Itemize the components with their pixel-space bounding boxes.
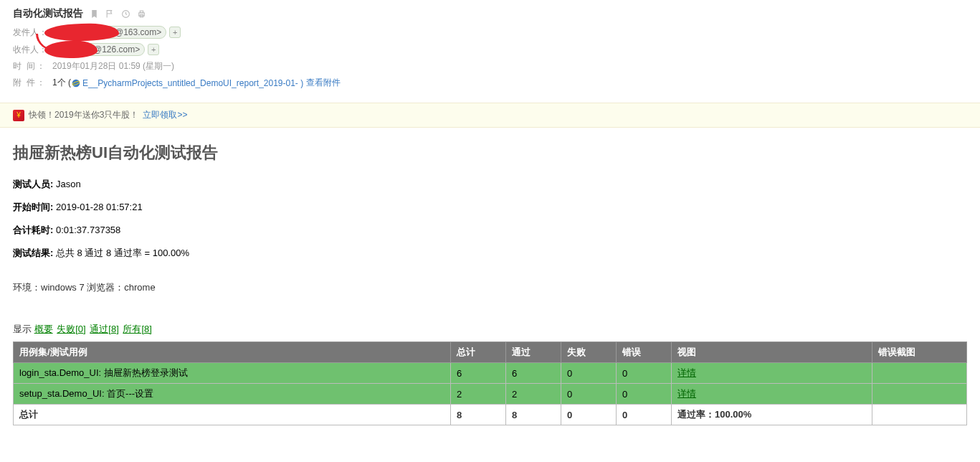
table-footer-row: 总计 8 8 0 0 通过率：100.00% [14,405,967,425]
start-time-row: 开始时间: 2019-01-28 01:57:21 [13,201,967,214]
footer-label: 总计 [14,405,451,425]
promo-icon: ¥ [13,110,24,121]
result-value: 总共 8 通过 8 通过率 = 100.00% [53,248,189,258]
cell-suite: login_sta.Demo_UI: 抽屉新热榜登录测试 [14,363,451,384]
add-sender-button[interactable]: + [169,27,181,38]
cell-error: 0 [617,384,672,405]
recipient-row: 收件人： @126.com> + [13,43,967,56]
duration-row: 合计耗时: 0:01:37.737358 [13,224,967,237]
detail-link[interactable]: 详情 [677,388,696,399]
time-label: 时 间： [13,60,52,72]
cell-view: 详情 [672,384,872,405]
start-label: 开始时间: [13,202,53,212]
cell-view: 详情 [672,363,872,384]
cell-total: 6 [451,363,506,384]
tester-row: 测试人员: Jason [13,178,967,191]
th-view: 视图 [672,342,872,363]
svg-rect-2 [140,11,143,13]
show-label: 显示 [13,324,34,334]
promo-link[interactable]: 立即领取>> [143,109,187,121]
duration-value: 0:01:37.737358 [53,225,120,235]
cell-total: 2 [451,384,506,405]
sender-domain: @163.com> [115,27,161,37]
ie-icon [71,78,81,88]
add-recipient-button[interactable]: + [148,44,159,55]
footer-total: 8 [451,405,506,425]
th-error: 错误 [617,342,672,363]
time-value: 2019年01月28日 01:59 (星期一) [52,60,174,72]
table-header-row: 用例集/测试用例 总计 通过 失败 错误 视图 错误截图 [14,342,967,363]
duration-label: 合计耗时: [13,225,53,235]
th-screenshot: 错误截图 [872,342,967,363]
attachment-link[interactable]: E__PycharmProjects_untitled_DemoUI_repor… [82,78,303,88]
filter-passed[interactable]: 通过[8] [90,324,118,334]
footer-fail: 0 [561,405,617,425]
email-subject: 自动化测试报告 [13,7,83,20]
cell-pass: 2 [506,384,561,405]
cell-screenshot [872,363,967,384]
cell-pass: 6 [506,363,561,384]
cell-fail: 0 [561,363,617,384]
filter-failed[interactable]: 失败[0] [57,324,85,334]
table-row: setup_sta.Demo_UI: 首页---设置 2 2 0 0 详情 [14,384,967,405]
attach-count: 1个 ( [52,77,71,89]
cell-fail: 0 [561,384,617,405]
result-label: 测试结果: [13,248,53,258]
bookmark-icon[interactable] [89,9,99,19]
clock-icon[interactable] [120,9,130,19]
cell-error: 0 [617,363,672,384]
time-row: 时 间： 2019年01月28日 01:59 (星期一) [13,60,967,72]
subject-line: 自动化测试报告 [13,7,967,20]
tester-label: 测试人员: [13,179,53,189]
view-attachment-link[interactable]: 查看附件 [306,77,341,89]
footer-screenshot [872,405,967,425]
flag-icon[interactable] [105,9,115,19]
email-header: 自动化测试报告 发件人： @163.com> + 收件人： @126.com> … [0,0,980,97]
sender-chip[interactable]: @163.com> [52,26,166,39]
tester-value: Jason [53,179,80,189]
cell-screenshot [872,384,967,405]
recipient-domain: @126.com> [93,44,140,55]
filter-summary[interactable]: 概要 [34,324,53,334]
environment-row: 环境：windows 7 浏览器：chrome [13,281,967,294]
detail-link[interactable]: 详情 [677,367,696,378]
filter-row: 显示 概要 失败[0] 通过[8] 所有[8] [13,323,967,336]
th-suite: 用例集/测试用例 [14,342,451,363]
attach-label: 附 件： [13,77,52,89]
filter-all[interactable]: 所有[8] [123,324,151,334]
report-title: 抽屉新热榜UI自动化测试报告 [13,142,967,164]
th-fail: 失败 [561,342,617,363]
recipient-chip[interactable]: @126.com> [52,43,145,56]
attachment-row: 附 件： 1个 ( E__PycharmProjects_untitled_De… [13,77,967,89]
sender-row: 发件人： @163.com> + [13,26,967,39]
footer-rate: 通过率：100.00% [672,405,872,425]
th-total: 总计 [451,342,506,363]
report-body: 抽屉新热榜UI自动化测试报告 测试人员: Jason 开始时间: 2019-01… [0,128,980,440]
redacted-recipient [57,44,93,55]
start-value: 2019-01-28 01:57:21 [53,202,142,212]
cell-suite: setup_sta.Demo_UI: 首页---设置 [14,384,451,405]
redacted-sender [57,27,115,37]
report-table: 用例集/测试用例 总计 通过 失败 错误 视图 错误截图 login_sta.D… [13,341,967,425]
footer-pass: 8 [506,405,561,425]
footer-error: 0 [617,405,672,425]
print-icon[interactable] [136,9,146,19]
promo-bar: ¥ 快领！2019年送你3只牛股！ 立即领取>> [0,103,980,128]
promo-text: 快领！2019年送你3只牛股！ [29,109,138,121]
table-row: login_sta.Demo_UI: 抽屉新热榜登录测试 6 6 0 0 详情 [14,363,967,384]
result-row: 测试结果: 总共 8 通过 8 通过率 = 100.00% [13,247,967,260]
th-pass: 通过 [506,342,561,363]
